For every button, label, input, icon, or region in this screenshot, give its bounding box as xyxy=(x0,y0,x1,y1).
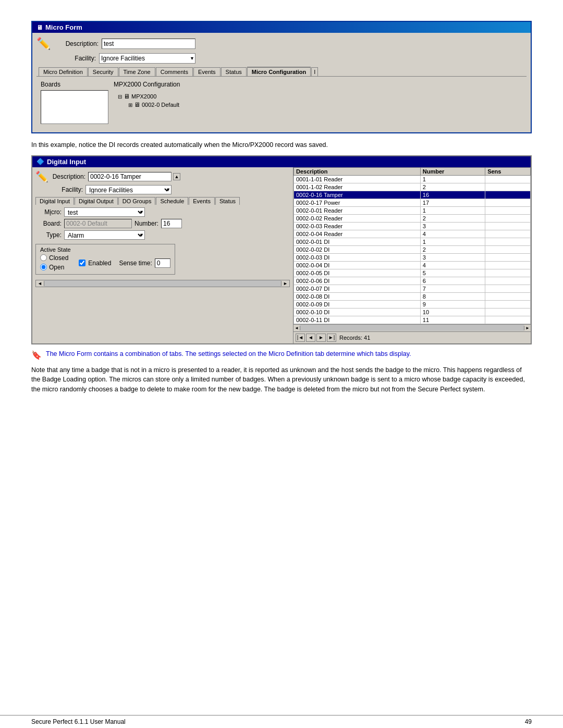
table-row[interactable]: 0002-0-05 DI5 xyxy=(294,269,531,277)
table-cell-number: 6 xyxy=(420,277,485,285)
nav-last-btn[interactable]: ►| xyxy=(327,334,336,342)
table-row[interactable]: 0001-1-01 Reader1 xyxy=(294,175,531,183)
radio-open[interactable] xyxy=(40,264,47,270)
table-cell-number: 9 xyxy=(420,300,485,308)
micro-description-input[interactable] xyxy=(102,39,195,49)
info-note: 🔖 The Micro Form contains a combination … xyxy=(31,350,532,360)
nav-prev-btn[interactable]: ◄ xyxy=(306,334,315,342)
di-type-select[interactable]: Alarm xyxy=(64,230,145,240)
tab-comments[interactable]: Comments xyxy=(156,67,193,76)
table-cell-desc: 0002-0-07 DI xyxy=(294,285,421,292)
table-row[interactable]: 0002-0-01 Reader1 xyxy=(294,206,531,214)
di-description-row: ✏️ Description: ▲ xyxy=(35,170,290,183)
micro-facility-select[interactable]: Ignore Facilities xyxy=(99,53,195,64)
tree-item-child: ⊞ 🖥 0002-0 Default xyxy=(116,101,520,109)
di-scroll-right-btn[interactable]: ► xyxy=(281,281,289,286)
micro-facility-select-wrapper: Ignore Facilities ▼ xyxy=(99,53,195,64)
table-cell-number: 16 xyxy=(420,191,485,199)
micro-description-label: Description: xyxy=(55,40,102,47)
table-row[interactable]: 0002-0-06 DI6 xyxy=(294,277,531,285)
di-facility-select[interactable]: Ignore Facilities xyxy=(85,185,172,194)
table-row[interactable]: 0002-0-09 DI9 xyxy=(294,300,531,308)
table-cell-number: 4 xyxy=(420,261,485,269)
micro-form-titlebar: 🖥 Micro Form xyxy=(32,22,531,33)
table-row[interactable]: 0002-0-04 Reader4 xyxy=(294,230,531,238)
table-row[interactable]: 0002-0-02 Reader2 xyxy=(294,214,531,222)
table-cell-number: 1 xyxy=(420,175,485,183)
table-cell-number: 11 xyxy=(420,316,485,324)
micro-form-title: Micro Form xyxy=(45,23,82,31)
di-facility-label: Facility: xyxy=(49,186,85,193)
di-body: ✏️ Description: ▲ Facility: Ignore Facil… xyxy=(32,167,531,343)
tree-expand-icon: ⊟ xyxy=(118,94,122,100)
tab-security[interactable]: Security xyxy=(88,67,118,76)
di-hscrollbar: ◄ ► xyxy=(35,280,290,287)
info-icon: 🔖 xyxy=(31,350,42,360)
table-row[interactable]: 0002-0-16 Tamper16 xyxy=(294,191,531,199)
di-tab-status[interactable]: Status xyxy=(215,197,240,205)
table-row[interactable]: 0002-0-03 DI3 xyxy=(294,253,531,261)
di-tab-digital-input[interactable]: Digital Input xyxy=(35,197,74,205)
tab-extra[interactable]: I xyxy=(311,67,318,76)
enabled-checkbox[interactable] xyxy=(79,260,85,266)
nav-next-btn[interactable]: ► xyxy=(316,334,326,342)
table-cell-sens xyxy=(485,183,531,191)
di-board-label: Board: xyxy=(35,220,64,227)
tab-status[interactable]: Status xyxy=(221,67,247,76)
di-micro-select[interactable]: test xyxy=(64,207,145,217)
di-right-scroll-right[interactable]: ► xyxy=(524,326,531,330)
table-row[interactable]: 0002-0-17 Power17 xyxy=(294,199,531,206)
table-cell-desc: 0002-0-04 Reader xyxy=(294,230,421,238)
tab-events[interactable]: Events xyxy=(193,67,221,76)
table-cell-desc: 0002-0-02 DI xyxy=(294,245,421,253)
table-row[interactable]: 0002-0-07 DI7 xyxy=(294,285,531,292)
table-row[interactable]: 0002-0-03 Reader3 xyxy=(294,222,531,230)
table-cell-number: 2 xyxy=(420,183,485,191)
table-row[interactable]: 0002-0-01 DI1 xyxy=(294,238,531,245)
table-row[interactable]: 0002-0-02 DI2 xyxy=(294,245,531,253)
micro-form-body: Boards MPX2000 Configuration ⊟ 🖥 MPX2000… xyxy=(36,77,527,128)
di-right-scroll-track xyxy=(300,325,524,331)
tab-micro-definition[interactable]: Micro Definition xyxy=(39,67,88,76)
di-facility-row: Facility: Ignore Facilities ▼ xyxy=(35,185,290,194)
table-cell-desc: 0002-0-02 Reader xyxy=(294,214,421,222)
table-cell-number: 3 xyxy=(420,253,485,261)
boards-label: Boards xyxy=(41,81,108,88)
table-cell-desc: 0002-0-08 DI xyxy=(294,292,421,300)
table-cell-sens xyxy=(485,300,531,308)
table-row[interactable]: 0002-0-10 DI10 xyxy=(294,308,531,316)
di-titlebar-icon: 🔷 xyxy=(36,158,44,165)
di-tab-schedule[interactable]: Schedule xyxy=(156,197,188,205)
table-cell-sens xyxy=(485,261,531,269)
radio-closed[interactable] xyxy=(40,254,47,261)
tree-child-label: 0002-0 Default xyxy=(142,102,179,108)
tab-micro-configuration[interactable]: Micro Configuration xyxy=(247,67,311,76)
col-sens: Sens xyxy=(485,167,531,175)
table-row[interactable]: 0002-0-04 DI4 xyxy=(294,261,531,269)
table-row[interactable]: 0001-1-02 Reader2 xyxy=(294,183,531,191)
di-tab-digital-output[interactable]: Digital Output xyxy=(75,197,118,205)
di-scroll-left-btn[interactable]: ◄ xyxy=(36,281,44,286)
radio-open-row: Open xyxy=(40,264,68,271)
table-row[interactable]: 0002-0-11 DI11 xyxy=(294,316,531,324)
di-right-scroll-left[interactable]: ◄ xyxy=(293,326,300,330)
table-row[interactable]: 0002-0-08 DI8 xyxy=(294,292,531,300)
table-cell-sens xyxy=(485,199,531,206)
di-tab-events[interactable]: Events xyxy=(189,197,215,205)
boards-section: Boards xyxy=(41,81,108,124)
tab-time-zone[interactable]: Time Zone xyxy=(119,67,155,76)
active-state-title: Active State xyxy=(40,246,170,253)
table-cell-sens xyxy=(485,191,531,199)
tree-item-root: ⊟ 🖥 MPX2000 xyxy=(116,92,520,101)
di-scroll-up-btn[interactable]: ▲ xyxy=(173,173,180,180)
micro-description-row: ✏️ Description: xyxy=(36,37,527,51)
active-state-group: Active State Closed Open xyxy=(35,244,175,275)
di-type-row: Type: Alarm ▼ xyxy=(35,230,290,240)
di-right-hscrollbar: ◄ ► xyxy=(293,324,531,331)
sense-time-input[interactable] xyxy=(155,258,170,268)
di-description-input[interactable] xyxy=(88,172,172,181)
di-tab-do-groups[interactable]: DO Groups xyxy=(118,197,156,205)
di-number-input[interactable] xyxy=(161,219,182,228)
nav-first-btn[interactable]: |◄ xyxy=(296,334,305,342)
pencil-icon: ✏️ xyxy=(36,37,51,51)
